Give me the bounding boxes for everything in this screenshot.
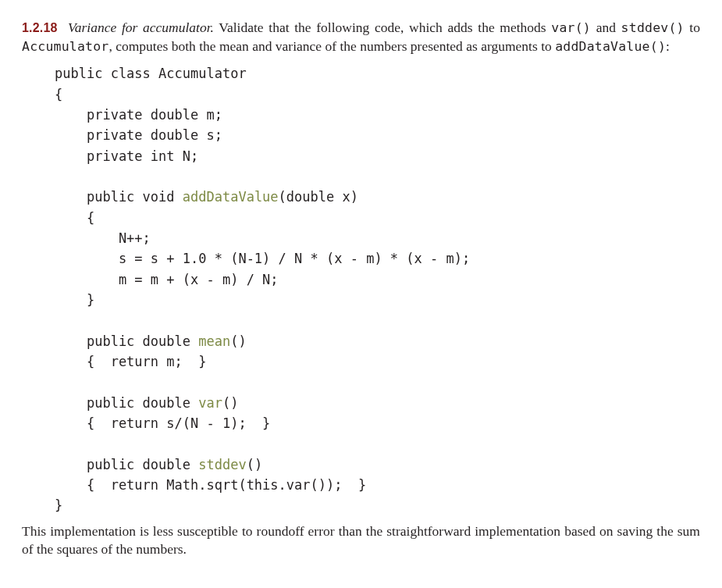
code-line: m = m + (x - m) / N; [55, 272, 279, 287]
method-adddatavalue: addDataValue() [555, 39, 666, 54]
method-stddev: stddev() [621, 20, 685, 35]
code-line: { return m; } [55, 354, 206, 369]
code-line: private double m; [55, 107, 222, 123]
code-line: public double [55, 333, 198, 349]
code-line: { return Math.sqrt(this.var()); } [55, 477, 366, 493]
intro-text: Validate that the following code, which … [214, 20, 551, 35]
code-line: { return s/(N - 1); } [55, 415, 270, 431]
code-line: private int N; [55, 148, 198, 164]
code-line: () [230, 333, 246, 349]
code-line: () [247, 457, 262, 472]
code-line: (double x) [279, 189, 358, 205]
code-line: } [55, 497, 62, 513]
code-line: } [55, 292, 94, 308]
code-line: public double [55, 395, 198, 411]
code-listing: public class Accumulator { private doubl… [55, 63, 700, 516]
intro-text: and [591, 20, 621, 35]
code-line: public class Accumulator [55, 66, 247, 81]
code-line: () [222, 395, 238, 411]
exercise-intro: 1.2.18 Variance for accumulator. Validat… [22, 19, 700, 55]
code-line: public void [55, 189, 183, 205]
intro-text: , computes both the mean and variance of… [108, 38, 555, 54]
method-var: var() [551, 20, 591, 35]
code-line: { [55, 210, 94, 226]
code-line: { [55, 87, 62, 102]
method-name-var: var [198, 395, 222, 411]
method-name-adddatavalue: addDataValue [183, 189, 279, 205]
exercise-number: 1.2.18 [22, 21, 58, 34]
exercise-title: Variance for accumulator. [68, 20, 214, 35]
class-accumulator: Accumulator [22, 39, 108, 54]
code-line: private double s; [55, 127, 222, 143]
method-name-stddev: stddev [198, 457, 246, 472]
intro-text: : [666, 38, 670, 54]
code-line: N++; [55, 230, 151, 246]
closing-remark: This implementation is less susceptible … [22, 522, 700, 559]
code-line: public double [55, 457, 198, 472]
code-line: s = s + 1.0 * (N-1) / N * (x - m) * (x -… [55, 251, 470, 266]
method-name-mean: mean [198, 333, 230, 349]
intro-text: to [685, 20, 700, 35]
